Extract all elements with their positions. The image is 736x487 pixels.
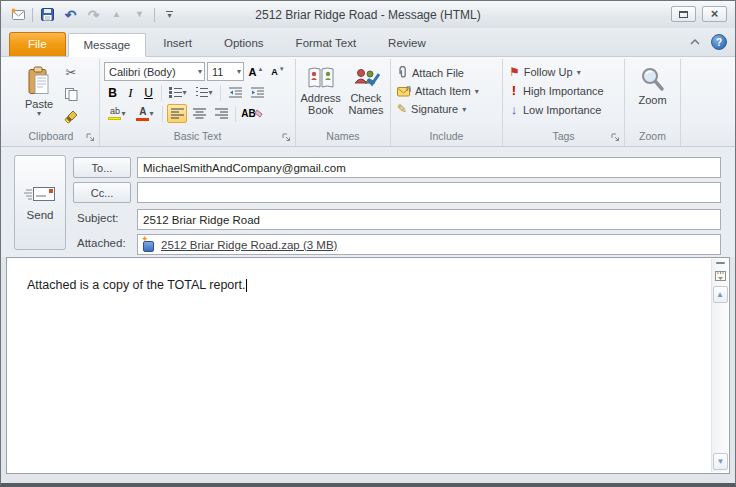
zoom-label: Zoom (638, 94, 666, 106)
chevron-down-icon: ▾ (149, 110, 153, 117)
attachment-link[interactable]: 2512 Briar Ridge Road.zap (3 MB) (161, 239, 337, 251)
split-handle[interactable] (716, 262, 725, 264)
grow-font-button[interactable]: A ▲ (246, 62, 266, 81)
attach-file-button[interactable]: Attach File (395, 65, 498, 80)
group-label-clipboard: Clipboard (3, 129, 99, 146)
redo-icon: ↷ (88, 8, 100, 22)
clear-formatting-button[interactable]: AB (240, 104, 264, 123)
bullets-button[interactable]: ▾ (166, 83, 190, 102)
send-label: Send (27, 209, 54, 221)
attach-file-label: Attach File (412, 67, 464, 79)
align-center-button[interactable] (189, 104, 209, 123)
tab-file[interactable]: File (9, 32, 66, 56)
format-painter-button[interactable] (61, 107, 81, 126)
font-color-button[interactable]: A ▾ (132, 104, 158, 123)
zoom-button[interactable]: Zoom (634, 62, 670, 129)
attach-item-button[interactable]: Attach Item ▾ (395, 84, 498, 98)
chevron-down-icon: ▾ (208, 89, 212, 96)
numbering-icon (195, 87, 208, 98)
cc-button-label: Cc... (91, 187, 114, 199)
check-names-label: Check Names (349, 92, 384, 116)
send-icon (24, 184, 56, 204)
text-highlight-button[interactable]: ab ▾ (104, 104, 130, 123)
window-controls: × (671, 6, 727, 22)
tab-insert[interactable]: Insert (148, 32, 207, 56)
restore-button[interactable] (671, 6, 696, 22)
undo-icon: ↶ (65, 8, 77, 22)
paste-button[interactable]: Paste ▾ (21, 62, 57, 129)
cc-input[interactable] (137, 182, 721, 203)
font-size-combo[interactable]: 11 ▾ (207, 62, 244, 81)
high-importance-button[interactable]: ! High Importance (507, 83, 620, 98)
help-button[interactable]: ? (711, 34, 727, 50)
cut-button[interactable]: ✂ (61, 63, 81, 82)
subject-input[interactable] (137, 209, 721, 230)
message-icon (8, 6, 27, 24)
attached-label: Attached: (77, 237, 126, 249)
close-button[interactable]: × (702, 6, 727, 22)
message-body[interactable]: Attached is a copy of the TOTAL report. … (6, 257, 730, 474)
chevron-down-icon: ▾ (475, 88, 479, 95)
scroll-down-button[interactable]: ▼ (713, 453, 728, 470)
copy-button[interactable] (61, 85, 81, 104)
chevron-down-icon: ▾ (182, 89, 186, 96)
underline-button[interactable]: U (140, 83, 157, 102)
font-name-combo[interactable]: Calibri (Body) ▾ (104, 62, 205, 81)
cc-button[interactable]: Cc... (73, 182, 131, 203)
bullets-icon (169, 87, 182, 98)
numbering-button[interactable]: ▾ (192, 83, 216, 102)
format-painter-icon (64, 110, 78, 124)
to-input[interactable] (137, 157, 721, 178)
bold-icon: B (108, 86, 117, 100)
scroll-down-icon: ▼ (717, 457, 725, 466)
tab-format-text[interactable]: Format Text (281, 32, 372, 56)
ribbon-controls: ? (687, 34, 727, 50)
dialog-launcher-icon[interactable] (611, 133, 621, 143)
signature-pen-icon: ✎ (397, 103, 407, 115)
scroll-up-button[interactable]: ▲ (713, 286, 728, 303)
scissors-icon: ✂ (66, 65, 77, 80)
align-left-button[interactable] (167, 104, 187, 123)
save-button[interactable] (38, 6, 57, 24)
undo-button[interactable]: ↶ (61, 6, 80, 24)
align-right-button[interactable] (211, 104, 231, 123)
low-importance-button[interactable]: ↓ Low Importance (507, 102, 620, 117)
high-importance-label: High Importance (523, 85, 604, 97)
align-left-icon (171, 108, 184, 119)
to-button[interactable]: To... (73, 157, 131, 178)
dialog-launcher-icon[interactable] (86, 133, 96, 143)
bold-button[interactable]: B (104, 83, 121, 102)
dialog-launcher-icon[interactable] (282, 133, 292, 143)
ruler-toggle-button[interactable] (713, 268, 728, 284)
copy-icon (65, 88, 78, 101)
signature-label: Signature (411, 103, 458, 115)
decrease-indent-button[interactable] (225, 83, 245, 102)
tab-review[interactable]: Review (373, 32, 441, 56)
check-names-button[interactable]: Check Names (345, 62, 388, 129)
redo-button[interactable]: ↷ (84, 6, 103, 24)
previous-item-button[interactable]: ▲ (107, 6, 126, 24)
scroll-up-icon: ▲ (716, 290, 724, 299)
tab-message[interactable]: Message (68, 33, 147, 57)
italic-button[interactable]: I (123, 83, 138, 102)
divider (161, 85, 162, 101)
address-book-button[interactable]: Address Book (299, 62, 343, 129)
vertical-scrollbar[interactable]: ▲ ▼ (711, 259, 728, 472)
collapse-ribbon-button[interactable] (687, 34, 703, 50)
shrink-font-button[interactable]: A ▼ (268, 62, 288, 81)
group-names: Address Book Check Names Names (296, 59, 391, 146)
signature-button[interactable]: ✎ Signature ▾ (395, 102, 498, 116)
restore-icon (679, 11, 688, 18)
close-icon: × (711, 7, 719, 20)
follow-up-button[interactable]: ⚑ Follow Up ▾ (507, 65, 620, 79)
divider (32, 8, 33, 22)
send-button[interactable]: Send (14, 155, 66, 250)
low-importance-label: Low Importance (523, 104, 601, 116)
font-name-value: Calibri (Body) (109, 66, 176, 78)
group-tags: ⚑ Follow Up ▾ ! High Importance ↓ Low Im… (503, 59, 625, 146)
increase-indent-button[interactable] (247, 83, 267, 102)
divider (235, 106, 236, 122)
attached-field[interactable]: ✦ 2512 Briar Ridge Road.zap (3 MB) (137, 234, 721, 255)
tab-options[interactable]: Options (209, 32, 279, 56)
follow-up-flag-icon: ⚑ (509, 66, 520, 78)
